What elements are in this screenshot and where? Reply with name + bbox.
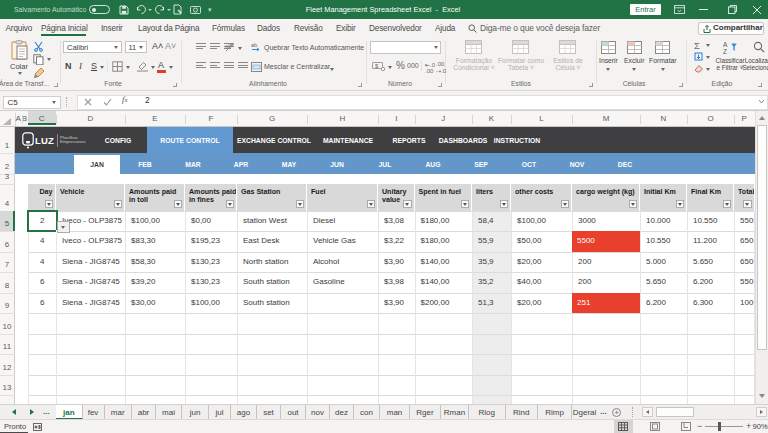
svg-text:ab: ab <box>251 42 257 48</box>
svg-text:Z: Z <box>723 48 727 55</box>
svg-text:ab: ab <box>225 43 232 49</box>
svg-text:A: A <box>723 41 728 48</box>
